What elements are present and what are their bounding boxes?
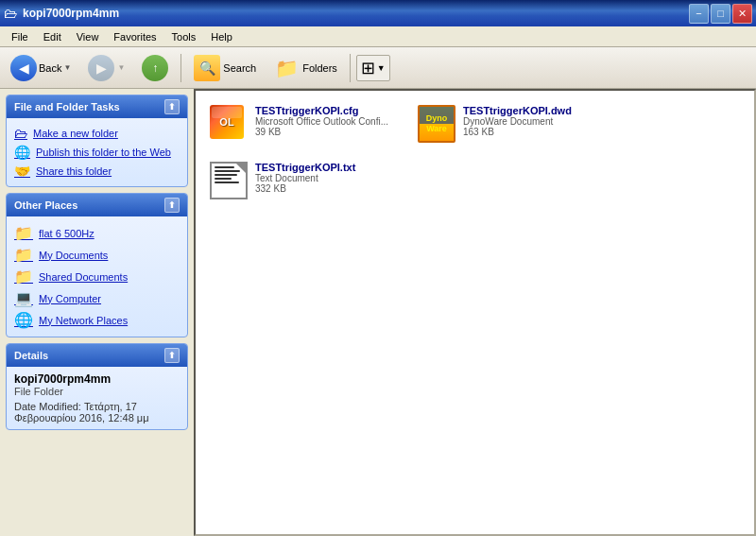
menu-view[interactable]: View	[69, 29, 107, 44]
window-controls: − □ ✕	[689, 4, 752, 24]
window-title: kopi7000rpm4mm	[23, 7, 119, 20]
tasks-panel-header[interactable]: File and Folder Tasks ⬆	[7, 95, 187, 118]
txt-file-name: TESTtriggerKOPI.txt	[255, 162, 399, 173]
cfg-file-size: 39 KB	[255, 127, 399, 137]
details-panel-header[interactable]: Details ⬆	[7, 344, 187, 367]
tasks-panel-content: 🗁 Make a new folder 🌐 Publish this folde…	[7, 118, 187, 186]
view-icon: ⊞	[361, 58, 375, 78]
details-panel-content: kopi7000rpm4mm File Folder Date Modified…	[7, 367, 187, 429]
file-area[interactable]: OL TESTtriggerKOPI.cfg Microsoft Office …	[194, 89, 756, 536]
file-grid: OL TESTtriggerKOPI.cfg Microsoft Office …	[205, 100, 745, 204]
share-label: Share this folder	[36, 165, 112, 177]
txt-file-info: TESTtriggerKOPI.txt Text Document 332 KB	[255, 162, 399, 194]
search-icon: 🔍	[194, 55, 220, 81]
mycomputer-icon: 💻	[14, 289, 33, 307]
sidebar: File and Folder Tasks ⬆ 🗁 Make a new fol…	[0, 89, 194, 536]
publish-label: Publish this folder to the Web	[36, 147, 171, 158]
dwd-file-name: TESTtriggerKOPI.dwd	[463, 105, 607, 116]
cfg-file-info: TESTtriggerKOPI.cfg Microsoft Office Out…	[255, 105, 399, 137]
title-bar: 🗁 kopi7000rpm4mm − □ ✕	[0, 0, 756, 26]
details-folder-name: kopi7000rpm4mm	[14, 372, 180, 386]
flat6-icon: 📁	[14, 224, 33, 242]
dwd-icon: DynoWare	[418, 105, 455, 143]
new-folder-icon: 🗁	[14, 126, 27, 141]
publish-link[interactable]: 🌐 Publish this folder to the Web	[14, 143, 180, 162]
txt-file-size: 332 KB	[255, 183, 399, 194]
forward-icon: ▶	[88, 55, 114, 81]
search-label: Search	[223, 62, 256, 74]
details-panel-title: Details	[14, 350, 48, 361]
cfg-file-type: Microsoft Office Outlook Confi...	[255, 116, 399, 127]
cfg-file-name: TESTtriggerKOPI.cfg	[255, 105, 399, 116]
folders-icon: 📁	[273, 55, 300, 81]
close-button[interactable]: ✕	[732, 4, 752, 24]
details-panel: Details ⬆ kopi7000rpm4mm File Folder Dat…	[6, 343, 188, 430]
file-cfg[interactable]: OL TESTtriggerKOPI.cfg Microsoft Office …	[205, 100, 404, 147]
toolbar: ◀ Back ▼ ▶ ▼ ↑ 🔍 Search 📁 Folders ⊞ ▼	[0, 47, 756, 89]
mydocs-link[interactable]: 📁 My Documents	[14, 244, 180, 266]
back-icon: ◀	[10, 55, 37, 81]
menu-file[interactable]: File	[4, 29, 36, 44]
menu-tools[interactable]: Tools	[164, 29, 204, 44]
menu-help[interactable]: Help	[203, 29, 240, 44]
dwd-file-size: 163 KB	[463, 127, 607, 137]
publish-icon: 🌐	[14, 145, 30, 160]
view-arrow: ▼	[377, 63, 386, 73]
forward-button[interactable]: ▶ ▼	[81, 51, 131, 85]
flat6-link[interactable]: 📁 flat 6 500Hz	[14, 222, 180, 244]
title-bar-left: 🗁 kopi7000rpm4mm	[4, 6, 119, 21]
back-arrow: ▼	[63, 63, 71, 72]
txt-file-type: Text Document	[255, 173, 399, 183]
dwd-file-info: TESTtriggerKOPI.dwd DynoWare Document 16…	[463, 105, 607, 137]
toolbar-separator-2	[350, 54, 351, 82]
share-link[interactable]: 🤝 Share this folder	[14, 162, 180, 181]
menu-bar: File Edit View Favorites Tools Help	[0, 26, 756, 47]
date-label: Date Modified:	[14, 401, 81, 412]
menu-edit[interactable]: Edit	[36, 29, 69, 44]
file-txt[interactable]: TESTtriggerKOPI.txt Text Document 332 KB	[205, 157, 404, 204]
places-panel-header[interactable]: Other Places ⬆	[7, 194, 187, 216]
details-collapse-btn[interactable]: ⬆	[164, 348, 180, 363]
main-layout: File and Folder Tasks ⬆ 🗁 Make a new fol…	[0, 89, 756, 536]
mycomputer-link[interactable]: 💻 My Computer	[14, 287, 180, 309]
mynetwork-label: My Network Places	[39, 315, 128, 326]
places-panel-content: 📁 flat 6 500Hz 📁 My Documents 📁 Shared D…	[7, 216, 187, 337]
toolbar-separator-1	[180, 54, 181, 82]
window-icon: 🗁	[4, 6, 17, 21]
mydocs-icon: 📁	[14, 246, 33, 264]
search-button[interactable]: 🔍 Search	[187, 51, 263, 85]
menu-favorites[interactable]: Favorites	[106, 29, 163, 44]
maximize-button[interactable]: □	[711, 4, 730, 24]
tasks-collapse-btn[interactable]: ⬆	[164, 99, 180, 114]
new-folder-label: Make a new folder	[33, 128, 118, 139]
view-button[interactable]: ⊞ ▼	[356, 55, 390, 81]
cfg-icon: OL	[210, 105, 248, 143]
forward-arrow: ▼	[117, 63, 125, 72]
up-icon: ↑	[142, 55, 168, 81]
shareddocs-link[interactable]: 📁 Shared Documents	[14, 266, 180, 287]
mydocs-label: My Documents	[39, 250, 108, 261]
mycomputer-label: My Computer	[39, 293, 101, 304]
minimize-button[interactable]: −	[689, 4, 709, 24]
new-folder-link[interactable]: 🗁 Make a new folder	[14, 124, 180, 143]
places-panel-title: Other Places	[14, 199, 77, 211]
txt-icon	[210, 162, 248, 199]
back-button[interactable]: ◀ Back ▼	[4, 51, 77, 85]
tasks-panel: File and Folder Tasks ⬆ 🗁 Make a new fol…	[6, 95, 188, 187]
dwd-file-type: DynoWare Document	[463, 116, 607, 127]
places-collapse-btn[interactable]: ⬆	[164, 198, 180, 213]
up-button[interactable]: ↑	[135, 51, 175, 85]
shareddocs-label: Shared Documents	[39, 271, 128, 283]
details-folder-type: File Folder	[14, 386, 180, 397]
folders-label: Folders	[302, 62, 337, 74]
back-label: Back	[39, 62, 61, 74]
shareddocs-icon: 📁	[14, 268, 33, 285]
tasks-panel-title: File and Folder Tasks	[14, 101, 120, 112]
flat6-label: flat 6 500Hz	[39, 228, 94, 239]
mynetwork-link[interactable]: 🌐 My Network Places	[14, 309, 180, 331]
mynetwork-icon: 🌐	[14, 311, 33, 329]
details-date: Date Modified: Τετάρτη, 17 Φεβρουαρίου 2…	[14, 401, 180, 424]
share-icon: 🤝	[14, 164, 30, 179]
file-dwd[interactable]: DynoWare TESTtriggerKOPI.dwd DynoWare Do…	[413, 100, 611, 147]
folders-button[interactable]: 📁 Folders	[266, 51, 344, 85]
